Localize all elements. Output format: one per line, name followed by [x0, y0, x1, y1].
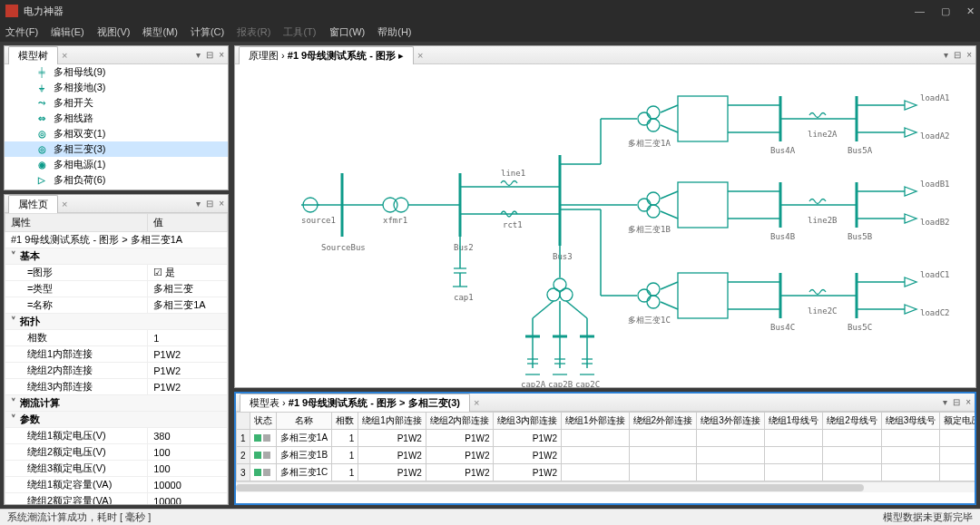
tree-item-label: 多相电源(1)	[54, 158, 105, 171]
menu-view[interactable]: 视图(V)	[97, 25, 131, 39]
horizontal-scrollbar[interactable]	[236, 481, 975, 492]
dropdown-icon[interactable]: ▾	[944, 50, 948, 60]
close-panel-icon[interactable]: ×	[966, 50, 972, 60]
property-group[interactable]: ˅参数	[5, 412, 228, 428]
column-header[interactable]: 绕组2内部连接	[426, 413, 494, 430]
pin-icon[interactable]: ⊟	[206, 50, 213, 60]
diagram-canvas[interactable]: source1 SourceBus xfmr1 Bus2 cap1 line1	[235, 64, 975, 387]
property-tab[interactable]: 属性页	[8, 195, 58, 213]
property-value[interactable]: ☑ 是	[148, 265, 228, 281]
svg-marker-117	[905, 305, 916, 314]
property-value[interactable]: P1W2	[148, 363, 228, 379]
dropdown-icon[interactable]: ▾	[196, 50, 201, 60]
name-cell: 多相三变1A	[276, 430, 332, 447]
close-icon[interactable]: ×	[470, 397, 483, 408]
menu-report[interactable]: 报表(R)	[237, 25, 270, 39]
tree-item[interactable]: ◎多相三变(3)	[5, 141, 228, 157]
svg-rect-57	[678, 96, 728, 141]
tree-item[interactable]: ⤳多相开关	[5, 95, 228, 111]
close-icon[interactable]: ×	[58, 50, 71, 61]
model-data-table[interactable]: 状态名称相数绕组1内部连接绕组2内部连接绕组3内部连接绕组1外部连接绕组2外部连…	[236, 412, 975, 481]
menu-help[interactable]: 帮助(H)	[377, 25, 411, 39]
pin-icon[interactable]: ⊟	[953, 397, 960, 407]
property-value[interactable]: 多相三变1A	[148, 297, 228, 314]
column-header[interactable]: 状态	[250, 413, 276, 430]
menu-edit[interactable]: 编辑(E)	[51, 25, 84, 39]
menu-window[interactable]: 窗口(W)	[329, 25, 366, 39]
svg-text:cap2A: cap2A	[521, 380, 546, 387]
pin-icon[interactable]: ⊟	[954, 50, 961, 60]
property-value[interactable]: P1W2	[148, 379, 228, 395]
dropdown-icon[interactable]: ▾	[196, 199, 201, 209]
component-icon: ⇔	[35, 114, 48, 123]
tree-item[interactable]: ▷多相负荷(6)	[5, 172, 228, 188]
svg-text:line1: line1	[501, 169, 525, 178]
table-row[interactable]: 3多相三变1C1P1W2P1W2P1W2380100100	[237, 464, 975, 481]
column-header[interactable]: 绕组1内部连接	[358, 413, 426, 430]
property-value[interactable]: 1	[148, 330, 228, 346]
svg-text:loadC2: loadC2	[920, 308, 950, 317]
property-value[interactable]: 多相三变	[148, 281, 228, 297]
svg-line-32	[533, 301, 554, 318]
property-value[interactable]: P1W2	[148, 346, 228, 363]
property-group[interactable]: ˅拓扑	[5, 314, 228, 330]
panel-header: 原理图 › #1 9母线测试系统 - 图形 ▸ × ▾⊟×	[235, 46, 975, 64]
tree-item-label: 多相三变(3)	[54, 142, 105, 156]
tree-item[interactable]: ◉多相电源(1)	[5, 157, 228, 172]
col-attr: 属性	[5, 214, 148, 232]
close-button[interactable]: ✕	[966, 5, 975, 17]
column-header[interactable]: 绕组1母线号	[764, 413, 823, 430]
dropdown-icon[interactable]: ▾	[943, 397, 947, 407]
property-value[interactable]: 100	[148, 461, 228, 477]
maximize-button[interactable]: ▢	[941, 5, 950, 17]
svg-marker-69	[905, 101, 916, 110]
table-tab[interactable]: 模型表 › #1 9母线测试系统 - 图形 > 多相三变(3)	[240, 394, 470, 412]
diagram-tab[interactable]: 原理图 › #1 9母线测试系统 - 图形 ▸	[239, 46, 414, 64]
panel-header: 模型表 › #1 9母线测试系统 - 图形 > 多相三变(3) × ▾⊟×	[236, 394, 975, 412]
column-header[interactable]: 绕组2外部连接	[629, 413, 697, 430]
tree-item[interactable]: ⇔多相线路	[5, 111, 228, 126]
svg-text:Bus3: Bus3	[553, 252, 573, 261]
tree-item[interactable]: ╪多相母线(9)	[5, 64, 228, 80]
row-number: 3	[237, 464, 250, 481]
column-header[interactable]: 绕组1外部连接	[562, 413, 630, 430]
column-header[interactable]: 名称	[276, 413, 332, 430]
column-header[interactable]: 绕组3母线号	[881, 413, 940, 430]
property-body: 属性值 #1 9母线测试系统 - 图形 > 多相三变1A ˅基本=图形☑ 是=类…	[5, 213, 228, 504]
tree-item-label: 多相接地(3)	[54, 81, 105, 94]
close-icon[interactable]: ×	[58, 199, 71, 209]
component-icon: ⏚	[35, 83, 48, 92]
pin-icon[interactable]: ⊟	[206, 199, 213, 209]
table-row[interactable]: 2多相三变1B1P1W2P1W2P1W2380100100	[237, 447, 975, 464]
column-header[interactable]: 额定电压 绕组1(V)	[940, 413, 975, 430]
close-icon[interactable]: ×	[414, 50, 426, 61]
property-value[interactable]: 10000	[148, 493, 228, 505]
column-header[interactable]: 绕组3外部连接	[697, 413, 765, 430]
property-value[interactable]: 100	[148, 444, 228, 461]
close-panel-icon[interactable]: ×	[219, 50, 224, 60]
app-title: 电力神器	[24, 5, 64, 18]
tree-item[interactable]: ⊥多相电容(4)	[5, 188, 228, 190]
property-value[interactable]: 380	[148, 428, 228, 444]
property-value[interactable]: 10000	[148, 477, 228, 493]
menu-file[interactable]: 文件(F)	[5, 25, 38, 39]
tree-item[interactable]: ◎多相双变(1)	[5, 126, 228, 141]
tree-item[interactable]: ⏚多相接地(3)	[5, 80, 228, 95]
menu-model[interactable]: 模型(M)	[142, 25, 178, 39]
svg-point-53	[638, 112, 651, 125]
column-header[interactable]: 绕组3内部连接	[494, 413, 562, 430]
property-group[interactable]: ˅潮流计算	[5, 395, 228, 412]
menu-compute[interactable]: 计算(C)	[191, 25, 224, 39]
column-header[interactable]: 绕组2母线号	[823, 413, 882, 430]
status-left: 系统潮流计算成功，耗时 [ 毫秒 ]	[7, 510, 151, 524]
tree-item-label: 多相负荷(6)	[54, 173, 105, 187]
table-row[interactable]: 1多相三变1A1P1W2P1W2P1W2380100100	[237, 430, 975, 447]
column-header[interactable]: 相数	[332, 413, 358, 430]
close-panel-icon[interactable]: ×	[219, 199, 224, 209]
minimize-button[interactable]: —	[915, 5, 925, 17]
svg-text:xfmr1: xfmr1	[383, 216, 407, 225]
model-tree-tab[interactable]: 模型树	[8, 46, 58, 64]
property-group[interactable]: ˅基本	[5, 248, 228, 265]
close-panel-icon[interactable]: ×	[965, 397, 971, 407]
menu-tools[interactable]: 工具(T)	[283, 25, 316, 39]
